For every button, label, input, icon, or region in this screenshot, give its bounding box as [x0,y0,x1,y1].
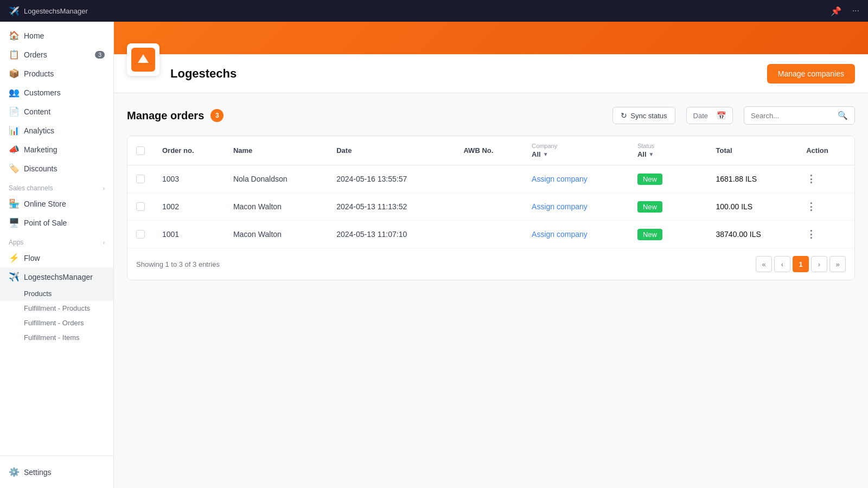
assign-company-link-2[interactable]: Assign company [532,230,588,239]
apps-chevron: › [103,240,105,246]
topbar-title: LogestechsManager [24,7,88,15]
row-company-2: Assign company [523,221,629,248]
select-all-checkbox[interactable] [136,146,145,155]
search-input[interactable] [751,112,838,120]
th-status: Status All ▼ [629,136,707,165]
orders-badge: 3 [95,51,105,59]
row-action-0: ⋮ [797,165,854,193]
apps-section: Apps › [0,232,113,248]
row-status-2: New [629,221,707,248]
status-filter-select[interactable]: All ▼ [637,150,699,158]
sidebar-item-online-store[interactable]: 🏪 Online Store [0,194,113,213]
pagination-last[interactable]: » [829,256,846,272]
online-store-icon: 🏪 [9,198,18,209]
page-header: Manage orders 3 ↻ Sync status Date 📅 🔍 [127,106,855,125]
row-total-0: 1681.88 ILS [707,165,797,193]
row-company-0: Assign company [523,165,629,193]
topbar-logo-icon: ✈️ [9,6,20,16]
company-filter-label: Company [532,143,620,149]
pagination-prev[interactable]: ‹ [774,256,790,272]
th-awb-no: AWB No. [455,136,523,165]
row-checkbox-2[interactable] [136,230,145,239]
sidebar-item-marketing[interactable]: 📣 Marketing [0,140,113,159]
status-badge-0: New [637,174,662,185]
row-status-1: New [629,193,707,221]
app-logo-wrap [127,43,159,76]
pin-icon[interactable]: 📌 [831,6,841,16]
row-awb-2 [455,221,523,248]
manage-companies-button[interactable]: Manage companies [767,64,855,84]
th-name: Name [225,136,328,165]
sync-icon: ↻ [621,111,627,120]
home-icon: 🏠 [9,30,18,41]
row-action-1: ⋮ [797,193,854,221]
sidebar-item-analytics[interactable]: 📊 Analytics [0,121,113,140]
th-total: Total [707,136,797,165]
sales-channels-chevron: › [103,185,105,191]
orders-table: Order no. Name Date AWB No. Company All … [127,136,854,248]
sidebar-sub-fulfillment-products[interactable]: Fulfillment - Products [0,301,113,316]
sidebar: 🏠 Home 📋 Orders 3 📦 Products 👥 Customers… [0,22,114,488]
topbar: ✈️ LogestechsManager 📌 ··· [0,0,868,22]
row-name-1: Macon Walton [225,193,328,221]
content-icon: 📄 [9,106,18,117]
sidebar-item-discounts[interactable]: 🏷️ Discounts [0,159,113,178]
row-checkbox-cell-2 [127,221,154,248]
pagination-next[interactable]: › [811,256,827,272]
sidebar-item-logestechs-manager[interactable]: ✈️ LogestechsManager [0,267,113,286]
assign-company-link-0[interactable]: Assign company [532,175,588,183]
sidebar-item-point-of-sale[interactable]: 🖥️ Point of Sale [0,213,113,232]
sidebar-item-flow[interactable]: ⚡ Flow [0,248,113,267]
action-menu-2[interactable]: ⋮ [806,229,816,240]
th-order-no: Order no. [154,136,225,165]
sidebar-item-orders[interactable]: 📋 Orders 3 [0,45,113,64]
calendar-icon: 📅 [717,111,726,120]
row-status-0: New [629,165,707,193]
row-company-1: Assign company [523,193,629,221]
status-filter-label: Status [637,143,699,149]
status-badge-1: New [637,201,662,213]
sidebar-item-customers[interactable]: 👥 Customers [0,83,113,102]
sidebar-sub-fulfillment-orders[interactable]: Fulfillment - Orders [0,316,113,330]
sidebar-item-products[interactable]: 📦 Products [0,64,113,83]
row-action-2: ⋮ [797,221,854,248]
more-icon[interactable]: ··· [852,6,859,16]
sidebar-sub-fulfillment-items[interactable]: Fulfillment - Items [0,330,113,345]
sidebar-item-content[interactable]: 📄 Content [0,102,113,121]
products-icon: 📦 [9,68,18,79]
customers-icon: 👥 [9,87,18,98]
sidebar-item-settings[interactable]: ⚙️ Settings [0,463,113,481]
row-checkbox-0[interactable] [136,175,145,183]
discounts-icon: 🏷️ [9,163,18,174]
row-order-no-1: 1002 [154,193,225,221]
status-chevron-icon: ▼ [649,151,654,157]
app-logo [131,48,155,72]
sidebar-item-home[interactable]: 🏠 Home [0,26,113,45]
pagination-info: Showing 1 to 3 of 3 entries [136,260,220,268]
search-icon: 🔍 [838,111,848,120]
company-chevron-icon: ▼ [543,151,548,157]
marketing-icon: 📣 [9,144,18,155]
row-checkbox-1[interactable] [136,202,145,211]
search-box: 🔍 [744,106,855,125]
sync-status-button[interactable]: ↻ Sync status [612,107,675,124]
th-action: Action [797,136,854,165]
pagination-first[interactable]: « [756,256,772,272]
assign-company-link-1[interactable]: Assign company [532,202,588,211]
company-filter-select[interactable]: All ▼ [532,150,620,158]
app-title: Logestechs [170,67,237,81]
table-row: 1002 Macon Walton 2024-05-13 11:13:52 As… [127,193,854,221]
row-total-1: 100.00 ILS [707,193,797,221]
date-filter[interactable]: Date 📅 [686,107,733,124]
content-area: Manage orders 3 ↻ Sync status Date 📅 🔍 [114,93,868,488]
logestechs-icon: ✈️ [9,272,18,282]
table-row: 1001 Macon Walton 2024-05-13 11:07:10 As… [127,221,854,248]
th-select-all[interactable] [127,136,154,165]
app-header: Logestechs Manage companies [114,54,868,93]
action-menu-1[interactable]: ⋮ [806,201,816,212]
action-menu-0[interactable]: ⋮ [806,174,816,184]
sidebar-sub-products[interactable]: Products [0,286,113,301]
row-date-2: 2024-05-13 11:07:10 [328,221,455,248]
pagination-page-1[interactable]: 1 [793,256,809,272]
row-date-1: 2024-05-13 11:13:52 [328,193,455,221]
